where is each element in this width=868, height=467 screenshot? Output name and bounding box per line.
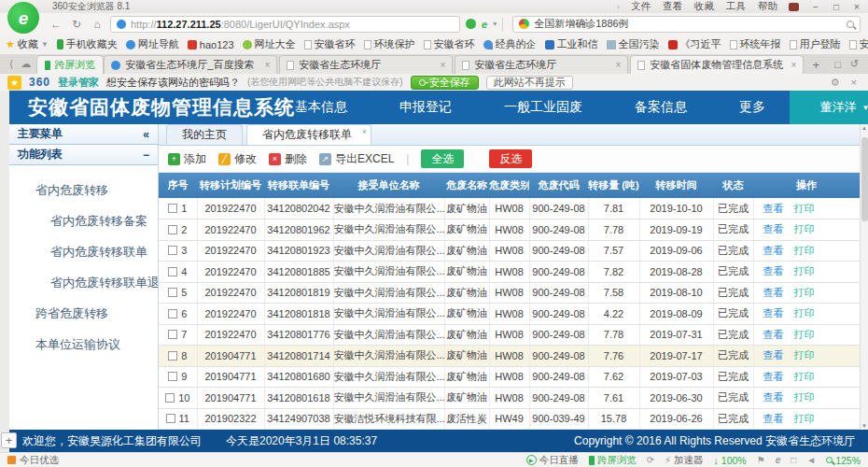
tab-close-icon[interactable]: ×: [791, 60, 796, 70]
row-checkbox[interactable]: [168, 330, 177, 339]
sidebar-item[interactable]: 跨省危废转移: [9, 298, 158, 329]
table-row[interactable]: 3 201922470 34120801923 安徽中久润滑油有限公... 废矿…: [159, 240, 860, 262]
scroll-up-icon[interactable]: ▴: [862, 124, 866, 132]
table-row[interactable]: 11 201902322 34124907038 安徽洁悦环境科技有限... 废…: [159, 408, 860, 430]
bookmark-item[interactable]: 《习近平: [668, 37, 721, 51]
sidebar-item[interactable]: 本单位运输协议: [9, 329, 158, 360]
column-header[interactable]: 序号: [159, 173, 197, 198]
cross-screen-button[interactable]: 跨屏浏览: [36, 55, 104, 74]
sidebar-panel-functions[interactable]: 功能列表 −: [9, 145, 158, 165]
table-row[interactable]: 2 201922470 34120801962 安徽中久润滑油有限公... 废矿…: [159, 219, 860, 241]
new-tab-button[interactable]: +: [805, 55, 826, 74]
view-link[interactable]: 查看: [763, 223, 784, 234]
scrollbar-thumb[interactable]: [861, 137, 868, 221]
delete-button[interactable]: × 删除: [269, 151, 307, 167]
table-row[interactable]: 8 201904771 34120801714 安徽中久润滑油有限公... 废矿…: [159, 346, 860, 367]
menu-item[interactable]: 查看: [663, 0, 682, 13]
bookmark-item[interactable]: 工业和信: [545, 37, 598, 51]
column-header[interactable]: 转移量 (吨): [588, 173, 639, 198]
print-link[interactable]: 打印: [794, 329, 815, 340]
bookmark-item[interactable]: 手机收藏夹: [57, 37, 118, 51]
view-link[interactable]: 查看: [763, 349, 784, 361]
column-header[interactable]: 接受单位名称: [333, 173, 444, 198]
sidebar-add-button[interactable]: +: [1, 432, 17, 448]
tab-close-icon[interactable]: ×: [264, 60, 270, 70]
print-link[interactable]: 打印: [794, 265, 815, 276]
dismiss-button[interactable]: 此网站不再提示: [486, 76, 573, 90]
notif-settings-icon[interactable]: ⚙: [831, 77, 840, 89]
select-all-button[interactable]: 全选: [421, 149, 464, 168]
menu-item[interactable]: 工具: [726, 0, 746, 13]
nav-item[interactable]: 备案信息: [635, 99, 687, 116]
column-header[interactable]: 危废类别: [489, 173, 529, 198]
search-box[interactable]: 全国新增确诊1886例: [512, 16, 861, 33]
row-checkbox[interactable]: [168, 225, 177, 234]
minimize-button[interactable]: −: [810, 2, 821, 12]
print-link[interactable]: 打印: [794, 349, 815, 361]
refresh-button[interactable]: ↻: [69, 18, 84, 31]
print-link[interactable]: 打印: [794, 287, 815, 298]
view-link[interactable]: 查看: [763, 307, 784, 318]
row-checkbox[interactable]: [168, 204, 177, 213]
row-checkbox[interactable]: [168, 372, 177, 381]
bookmark-item[interactable]: 安徽省环: [424, 37, 475, 51]
sidebar-item[interactable]: 省内危废转移: [9, 175, 158, 205]
bookmark-item[interactable]: 网址大全: [243, 37, 296, 51]
cross-screen-status-button[interactable]: 跨屏浏览: [589, 454, 637, 467]
restore-tab-icon[interactable]: □: [834, 59, 841, 70]
ie-mode-icon[interactable]: e: [776, 455, 781, 465]
network-speed[interactable]: ↓ 100%: [714, 455, 747, 466]
print-link[interactable]: 打印: [794, 391, 815, 403]
menu-item[interactable]: 收藏: [694, 0, 714, 13]
print-link[interactable]: 打印: [794, 413, 815, 424]
bookmark-item[interactable]: 用户登陆: [790, 37, 841, 51]
column-header[interactable]: 危废代码: [529, 173, 588, 198]
row-checkbox[interactable]: [168, 288, 177, 297]
print-link[interactable]: 打印: [794, 223, 815, 234]
sidebar-item[interactable]: 省内危废转移备案: [9, 205, 158, 236]
collapse-tabs-icon[interactable]: ⟨: [9, 58, 13, 70]
row-checkbox[interactable]: [165, 393, 175, 403]
sidebar-item[interactable]: 省内危废转移联单: [9, 236, 158, 267]
add-button[interactable]: + 添加: [168, 151, 206, 167]
column-header[interactable]: 状态: [713, 173, 753, 198]
collapse-panel-icon[interactable]: −: [143, 149, 149, 162]
mode-dropdown-icon[interactable]: ▾: [493, 20, 497, 28]
bookmark-item[interactable]: 环统年报: [730, 37, 781, 51]
column-header[interactable]: 转移计划编号: [197, 173, 264, 198]
browser-tab[interactable]: 安徽省生态环境厅 ×: [279, 55, 453, 74]
monitor-icon[interactable]: □: [791, 455, 796, 465]
daily-picks-button[interactable]: 今日优选: [7, 454, 59, 467]
content-scrollbar[interactable]: ▴ ▾: [860, 124, 868, 430]
table-row[interactable]: 10 201904771 34120801618 安徽中久润滑油有限公... 废…: [159, 388, 860, 409]
view-link[interactable]: 查看: [763, 391, 784, 403]
speaker-icon[interactable]: ◄: [806, 455, 816, 465]
browser-tab[interactable]: 安徽省生态环境厅_百度搜索 ×: [104, 55, 277, 74]
view-link[interactable]: 查看: [763, 413, 784, 424]
table-row[interactable]: 5 201922470 34120801819 安徽中久润滑油有限公... 废矿…: [159, 282, 860, 304]
accelerator-button[interactable]: ⚡ 加速器: [665, 454, 704, 467]
sidebar-item[interactable]: 省内危废转移联单退运: [9, 267, 158, 298]
invert-selection-button[interactable]: 反选: [489, 149, 532, 168]
menu-item[interactable]: 文件: [631, 0, 651, 13]
column-header[interactable]: 转移联单编号: [264, 173, 333, 198]
user-menu[interactable]: 董洋洋 ▼: [790, 91, 868, 124]
row-checkbox[interactable]: [168, 246, 177, 255]
view-link[interactable]: 查看: [763, 329, 784, 340]
zoom-control[interactable]: 125%: [826, 455, 861, 466]
print-link[interactable]: 打印: [794, 371, 815, 382]
scroll-down-icon[interactable]: ▾: [862, 422, 866, 430]
bookmark-item[interactable]: 网址导航: [126, 37, 179, 51]
edit-button[interactable]: ╱ 修改: [218, 151, 257, 167]
bookmark-item[interactable]: 安徽省重: [849, 37, 868, 51]
bookmark-item[interactable]: 全国污染: [607, 37, 660, 51]
address-bar[interactable]: http://112.27.211.25:8080/LigerUI/QYInde…: [110, 16, 460, 33]
column-header[interactable]: 危废名称: [444, 173, 489, 198]
table-row[interactable]: 1 201922470 34120802042 安徽中久润滑油有限公... 废矿…: [159, 198, 860, 219]
table-row[interactable]: 6 201922470 34120801818 安徽中久润滑油有限公... 废矿…: [159, 304, 860, 325]
close-button[interactable]: ×: [851, 2, 862, 12]
menu-item[interactable]: 帮助: [758, 0, 777, 13]
bookmark-item[interactable]: hao123: [188, 37, 234, 51]
wallet-icon[interactable]: [789, 3, 799, 11]
live-button[interactable]: ▶ 今日直播: [526, 454, 579, 467]
